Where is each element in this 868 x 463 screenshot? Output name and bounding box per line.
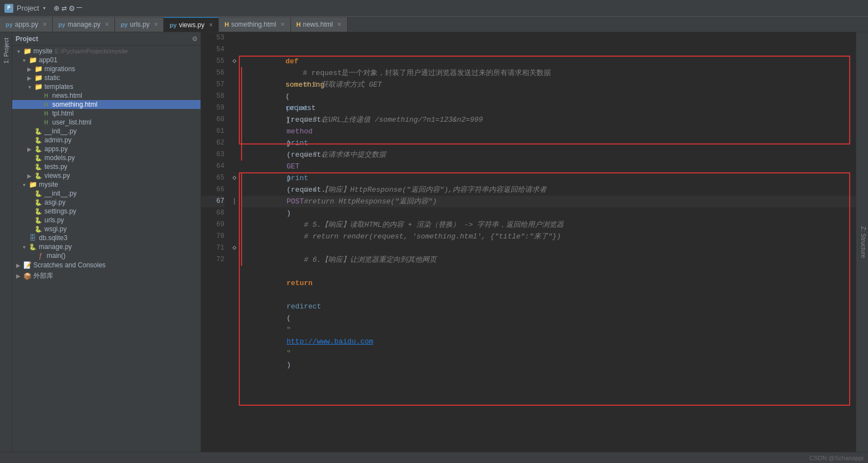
- vtab-project[interactable]: 1: Project: [2, 34, 11, 67]
- tab-something-html[interactable]: H something.html ×: [219, 17, 290, 32]
- line-num-56: 56: [201, 67, 224, 79]
- gutter-59: [229, 102, 240, 114]
- py-file-icon: 🐍: [33, 217, 43, 224]
- html-file-icon: H: [41, 102, 51, 108]
- tree-item-tpl-html[interactable]: H tpl.html: [12, 109, 200, 118]
- settings-btn[interactable]: ⚙: [69, 3, 74, 14]
- tree-label: admin.py: [44, 136, 72, 144]
- tree-item-wsgi-py[interactable]: 🐍 wsgi.py: [12, 225, 200, 233]
- vtab-structure[interactable]: Z: Structure: [859, 223, 868, 261]
- tree-label: asgi.py: [44, 198, 66, 206]
- tree-item-mysite-urls-py[interactable]: 🐍 urls.py: [12, 216, 200, 225]
- tree-label: app01: [39, 56, 57, 64]
- py-icon: py: [169, 22, 177, 28]
- scratches-section[interactable]: ▶ 📝 Scratches and Consoles: [12, 260, 200, 270]
- tree-item-models-py[interactable]: 🐍 models.py: [12, 153, 200, 162]
- line-num-60: 60: [201, 114, 224, 126]
- project-title: Project: [17, 4, 39, 12]
- code-lines[interactable]: def something ( request ): # request是一个对…: [240, 32, 856, 452]
- tree-label: apps.py: [44, 145, 68, 153]
- tree-item-static[interactable]: ▶ 📁 static: [12, 73, 200, 82]
- code-editor[interactable]: 53 54 55 56 57 58 59 60 61 62 63 64 65 6…: [201, 32, 856, 452]
- html-file-icon: H: [41, 111, 51, 117]
- tree-item-templates[interactable]: ▾ 📁 templates: [12, 82, 200, 91]
- line-num-62: 62: [201, 137, 224, 149]
- tab-news-html[interactable]: H news.html ×: [291, 17, 348, 32]
- tree-arrow: ▶: [14, 273, 22, 279]
- gutter-57: [229, 79, 240, 91]
- tab-close-btn[interactable]: ×: [281, 21, 285, 28]
- tree-item-app01-init[interactable]: 🐍 __init__.py: [12, 127, 200, 136]
- external-libs-section[interactable]: ▶ 📦 外部库: [12, 270, 200, 282]
- tab-close-btn[interactable]: ×: [105, 21, 109, 28]
- code-line-71: # 6.【响应】让浏览器重定向到其他网页: [241, 242, 856, 254]
- tree-arrow: ▾: [20, 244, 28, 250]
- tree-item-manage-py[interactable]: ▾ 🐍 manage.py: [12, 242, 200, 251]
- tree-label: urls.py: [44, 216, 64, 224]
- tab-close-btn[interactable]: ×: [209, 21, 213, 29]
- tree-item-asgi-py[interactable]: 🐍 asgi.py: [12, 198, 200, 207]
- folder-icon: 📁: [28, 56, 38, 64]
- folder-icon: 📁: [33, 74, 43, 82]
- tree-label: mysite: [39, 181, 58, 188]
- tree-item-main-func[interactable]: ƒ main(): [12, 251, 200, 260]
- tab-close-btn[interactable]: ×: [154, 21, 158, 28]
- tree-label: news.html: [52, 92, 82, 99]
- title-bar: P Project ▾ ⊕ ⇄ ⚙ —: [0, 0, 868, 17]
- tab-label: urls.py: [130, 21, 149, 28]
- scratches-icon: 📝: [22, 261, 32, 269]
- code-line-58: [241, 91, 856, 102]
- py-file-icon: 🐍: [33, 155, 43, 162]
- tree-item-tests-py[interactable]: 🐍 tests.py: [12, 162, 200, 171]
- tab-label: apps.py: [15, 21, 38, 28]
- tree-item-app01[interactable]: ▾ 📁 app01: [12, 56, 200, 64]
- tree-item-views-py[interactable]: ▶ 🐍 views.py: [12, 171, 200, 180]
- file-tree: ▾ 📁 mysite E:\PycharmProjects\mysite ▾ 📁…: [12, 46, 200, 452]
- code-line-65: # 4.【响应】HttpResponse("返回内容"),内容字符串内容返回给请…: [241, 172, 856, 184]
- tab-label: news.html: [303, 21, 333, 28]
- tab-urls-py[interactable]: py urls.py ×: [115, 17, 164, 32]
- line-num-64: 64: [201, 161, 224, 172]
- tree-item-news-html[interactable]: H news.html: [12, 91, 200, 100]
- tree-item-apps-py[interactable]: ▶ 🐍 apps.py: [12, 145, 200, 153]
- tree-label: mysite: [33, 47, 53, 55]
- line-num-55: 55: [201, 56, 224, 67]
- add-content-btn[interactable]: ⊕: [54, 3, 59, 14]
- project-dropdown[interactable]: ▾: [42, 4, 46, 12]
- tab-close-btn[interactable]: ×: [43, 21, 47, 28]
- code-line-54: def something ( request ):: [242, 44, 856, 56]
- folder-icon: 📁: [28, 181, 38, 188]
- tree-item-mysite-folder[interactable]: ▾ 📁 mysite: [12, 180, 200, 189]
- tree-item-user-list-html[interactable]: H user_list.html: [12, 118, 200, 127]
- tab-manage-py[interactable]: py manage.py ×: [53, 17, 115, 32]
- sync-btn[interactable]: ⇄: [62, 3, 67, 14]
- tab-apps-py[interactable]: py apps.py ×: [0, 17, 53, 32]
- gutter-67: |: [229, 196, 240, 207]
- tree-label: 外部库: [33, 271, 53, 281]
- tree-item-something-html[interactable]: H something.html: [12, 100, 200, 109]
- line-num-67: 67: [201, 196, 224, 207]
- tree-item-migrations[interactable]: ▶ 📁 migrations: [12, 64, 200, 73]
- tree-arrow: ▶: [26, 75, 33, 81]
- tree-label: manage.py: [39, 243, 72, 251]
- tree-item-db-sqlite3[interactable]: 🗄 db.sqlite3: [12, 233, 200, 242]
- title-bar-left: P Project ▾ ⊕ ⇄ ⚙ —: [4, 3, 116, 14]
- tab-views-py[interactable]: py views.py ×: [164, 17, 219, 32]
- tab-close-btn[interactable]: ×: [338, 21, 342, 28]
- gutter-63: [229, 149, 240, 161]
- tree-label: static: [44, 74, 60, 82]
- tree-item-admin-py[interactable]: 🐍 admin.py: [12, 136, 200, 145]
- file-tree-sidebar: Project ⚙ ▾ 📁 mysite E:\PycharmProjects\…: [12, 32, 201, 452]
- line-num-58: 58: [201, 91, 224, 102]
- gutter-56: [229, 67, 240, 79]
- tree-item-settings-py[interactable]: 🐍 settings.py: [12, 207, 200, 216]
- sidebar-gear-icon[interactable]: ⚙: [193, 34, 197, 43]
- tree-item-mysite-root[interactable]: ▾ 📁 mysite E:\PycharmProjects\mysite: [12, 47, 200, 56]
- minimize-btn[interactable]: —: [77, 3, 82, 14]
- tree-item-mysite-init[interactable]: 🐍 __init__.py: [12, 189, 200, 198]
- html-icon: H: [224, 21, 229, 28]
- tree-label: user_list.html: [52, 118, 92, 126]
- tree-label: wsgi.py: [44, 225, 67, 233]
- gutter-60: [229, 114, 240, 126]
- db-file-icon: 🗄: [28, 234, 38, 242]
